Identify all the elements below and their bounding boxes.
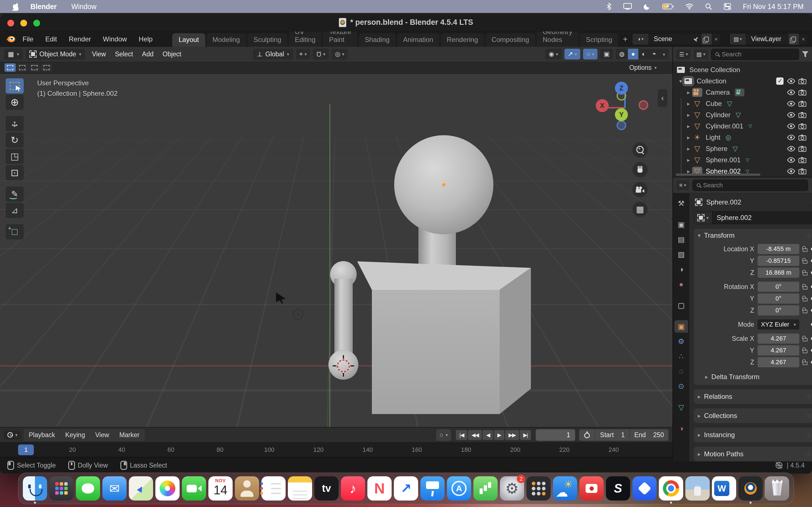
dock-item[interactable] bbox=[235, 476, 259, 501]
expand-arrow-icon[interactable] bbox=[685, 100, 692, 107]
hide-in-viewport-toggle[interactable] bbox=[785, 157, 797, 163]
focus-moon-icon[interactable] bbox=[644, 3, 651, 10]
lock-icon[interactable] bbox=[803, 338, 808, 341]
outliner-object-row[interactable]: Cube bbox=[673, 98, 812, 109]
dock-item[interactable]: W bbox=[712, 476, 736, 501]
outliner-object-row[interactable]: Camera bbox=[673, 87, 812, 98]
collection[interactable] bbox=[674, 299, 688, 312]
dock-item[interactable]: NOV 14 bbox=[208, 476, 233, 501]
y-axis-ball[interactable]: Y bbox=[615, 108, 628, 121]
dock-item[interactable]: A bbox=[447, 476, 471, 501]
options-dropdown[interactable]: Options▾ bbox=[629, 64, 668, 71]
disable-in-renders-toggle[interactable] bbox=[797, 157, 808, 163]
apple-menu-icon[interactable] bbox=[12, 2, 20, 11]
Playback[interactable]: Playback bbox=[24, 429, 60, 441]
value-field[interactable]: 4.267 bbox=[758, 334, 799, 344]
disable-in-renders-toggle[interactable] bbox=[797, 168, 808, 174]
value-field[interactable]: -8.455 m bbox=[758, 244, 799, 254]
workspace-tab[interactable]: Layout bbox=[172, 33, 205, 47]
delete-scene-button[interactable]: × bbox=[712, 34, 721, 45]
minus-z-axis-ball[interactable] bbox=[617, 121, 626, 130]
scene-icon[interactable]: ◑▾ bbox=[632, 34, 649, 45]
value-field[interactable]: 0° bbox=[758, 282, 799, 292]
lock-icon[interactable] bbox=[803, 362, 808, 365]
outliner-object-row[interactable]: Sphere bbox=[673, 143, 812, 154]
xray-toggle[interactable]: ▣ bbox=[600, 49, 613, 59]
orthographic-toggle-button[interactable] bbox=[632, 202, 648, 217]
disable-in-renders-toggle[interactable] bbox=[797, 123, 808, 129]
viewlayer-icon[interactable]: ▧▾ bbox=[730, 34, 746, 45]
spotlight-search-icon[interactable] bbox=[705, 3, 712, 10]
View[interactable]: View bbox=[90, 429, 114, 441]
Keying[interactable]: Keying bbox=[60, 429, 90, 441]
physics[interactable] bbox=[674, 365, 688, 378]
control-center-icon[interactable] bbox=[724, 3, 731, 10]
select-mode-extend-button[interactable] bbox=[17, 63, 28, 72]
animate-dot[interactable] bbox=[811, 349, 812, 352]
lock-icon[interactable] bbox=[803, 298, 808, 301]
current-frame-indicator[interactable]: 1 bbox=[18, 445, 34, 455]
dock-item[interactable]: tv bbox=[314, 476, 339, 501]
dock-item[interactable] bbox=[288, 476, 312, 501]
previous-keyframe-button[interactable]: ◀◀ bbox=[468, 430, 482, 440]
next-keyframe-button[interactable]: ▶▶ bbox=[505, 430, 519, 440]
material[interactable] bbox=[674, 422, 688, 435]
outliner-search-input[interactable]: Search bbox=[711, 49, 799, 60]
navigation-gizmo[interactable]: Z X Y bbox=[598, 82, 651, 135]
animate-dot[interactable] bbox=[811, 309, 812, 312]
wifi-icon[interactable] bbox=[686, 3, 693, 10]
select-box-tool[interactable] bbox=[6, 78, 24, 94]
menubar-clock[interactable]: Fri Nov 14 5:17 PM bbox=[743, 3, 804, 11]
minus-x-axis-ball[interactable] bbox=[639, 100, 648, 110]
outliner-row-scene-collection[interactable]: Scene Collection bbox=[673, 64, 812, 75]
select-mode-subtract-button[interactable] bbox=[29, 63, 40, 72]
rendered-shading-button[interactable]: ◓ bbox=[649, 49, 659, 59]
animate-dot[interactable] bbox=[811, 361, 812, 363]
3d-viewport[interactable]: Options▾ User Perspective (1) Collection… bbox=[0, 62, 672, 427]
disable-in-renders-toggle[interactable] bbox=[797, 89, 808, 96]
solid-shading-button[interactable]: ● bbox=[628, 49, 638, 59]
object-id-icon[interactable]: ▾ bbox=[694, 212, 712, 224]
disable-in-renders-toggle[interactable] bbox=[797, 112, 808, 118]
scene[interactable] bbox=[674, 263, 688, 276]
animate-dot[interactable] bbox=[811, 285, 812, 288]
workspace-tab[interactable]: Shading bbox=[359, 33, 396, 47]
topbar-menu-item[interactable]: Window bbox=[103, 35, 127, 43]
render[interactable] bbox=[674, 218, 688, 231]
dock-item[interactable] bbox=[102, 476, 126, 501]
lock-icon[interactable] bbox=[803, 272, 808, 276]
outliner-object-row[interactable]: Cylinder bbox=[673, 109, 812, 121]
z-axis-ball[interactable]: Z bbox=[615, 82, 628, 95]
expand-arrow-icon[interactable] bbox=[685, 123, 692, 129]
dock-item[interactable] bbox=[473, 476, 498, 501]
outliner-object-row[interactable]: Cylinder.001 bbox=[673, 121, 812, 132]
viewlayer-name[interactable]: ViewLayer bbox=[746, 35, 788, 43]
viewport-menu-item[interactable]: Select bbox=[110, 49, 138, 59]
workspace-tab[interactable]: Scripting bbox=[580, 33, 618, 47]
camera-view-button[interactable] bbox=[632, 182, 648, 197]
workspace-tab[interactable]: Animation bbox=[397, 33, 440, 47]
expand-arrow-icon[interactable] bbox=[685, 89, 692, 96]
dock-item[interactable] bbox=[341, 476, 365, 501]
current-frame-field[interactable]: 1 bbox=[536, 429, 575, 441]
world[interactable] bbox=[674, 278, 688, 290]
disable-in-renders-toggle[interactable] bbox=[797, 134, 808, 140]
dock-item[interactable] bbox=[526, 476, 551, 501]
output[interactable] bbox=[674, 233, 688, 245]
delete-viewlayer-button[interactable]: × bbox=[799, 34, 808, 45]
dock-item[interactable] bbox=[49, 476, 73, 501]
x-axis-ball[interactable]: X bbox=[596, 99, 609, 112]
outliner-scrollbar[interactable] bbox=[676, 173, 760, 176]
shading-dropdown[interactable]: ▾ bbox=[659, 49, 668, 59]
menubar-window-menu[interactable]: Window bbox=[71, 3, 96, 11]
dock-item[interactable] bbox=[129, 476, 153, 501]
cursor-tool[interactable] bbox=[6, 95, 24, 110]
outliner-row-collection[interactable]: Collection bbox=[673, 75, 812, 87]
dock-item[interactable] bbox=[182, 476, 206, 501]
expand-arrow-icon[interactable] bbox=[685, 134, 692, 141]
scene-selector[interactable]: ◑▾ Scene × bbox=[632, 33, 721, 45]
value-field[interactable]: 0° bbox=[758, 293, 799, 304]
Instancing[interactable]: ▸Instancing:::: bbox=[694, 428, 812, 442]
value-field[interactable]: -0.85715 bbox=[758, 256, 799, 266]
snap-target-dropdown[interactable]: ⌖▾ bbox=[296, 49, 310, 59]
